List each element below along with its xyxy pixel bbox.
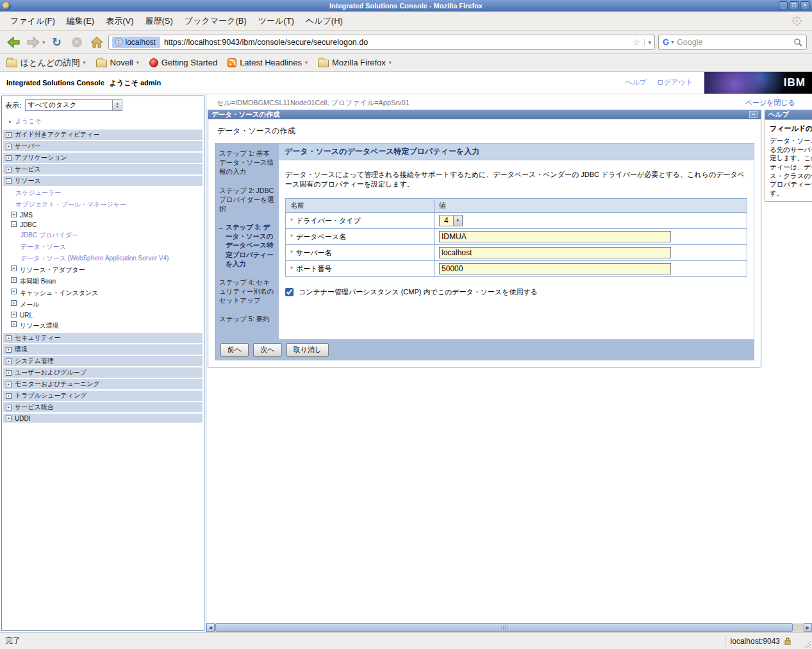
sidebar-item-data-sources[interactable]: データ・ソース [3, 241, 203, 253]
expand-icon[interactable]: + [6, 335, 12, 341]
search-bar[interactable]: G ▾ Google [658, 35, 807, 50]
database-name-input[interactable] [439, 231, 671, 242]
expand-icon[interactable]: + [11, 289, 17, 294]
resize-grip[interactable] [802, 639, 811, 648]
help-link[interactable]: ヘルプ [625, 78, 647, 87]
security-status[interactable]: localhost:9043 [725, 636, 797, 647]
sidebar-section-users-groups[interactable]: + ユーザーおよびグループ [3, 367, 203, 378]
collapse-icon[interactable]: − [11, 221, 17, 227]
object-pool-link[interactable]: オブジェクト・プール・マネージャー [15, 200, 126, 209]
combo-arrows-icon[interactable]: ▴▾ [112, 100, 122, 110]
reload-button[interactable]: ↻ [49, 34, 65, 51]
sidebar-section-services[interactable]: + サービス [3, 164, 203, 174]
next-button[interactable]: 次へ [253, 343, 281, 357]
search-engine-button[interactable]: G ▾ [663, 37, 674, 47]
bookmark-getting-started[interactable]: Getting Started [149, 58, 217, 67]
menu-edit[interactable]: 編集(E) [62, 13, 99, 29]
site-identity-button[interactable]: localhost [112, 37, 160, 48]
expand-icon[interactable]: + [11, 212, 17, 217]
bookmark-latest-headlines[interactable]: Latest Headlines ▾ [228, 58, 308, 67]
sidebar-section-guided-activities[interactable]: + ガイド付きアクティビティー [3, 130, 203, 140]
expand-icon[interactable]: + [11, 312, 17, 317]
expand-icon[interactable]: + [11, 321, 17, 327]
home-button[interactable] [88, 34, 105, 51]
scroll-right-button[interactable]: ▶ [804, 623, 812, 632]
expand-icon[interactable]: + [6, 382, 12, 387]
server-name-input[interactable] [439, 247, 671, 258]
panel-minimize-button[interactable]: − [749, 111, 758, 118]
scrollbar-thumb[interactable] [215, 623, 793, 632]
scroll-left-button[interactable]: ◀ [206, 623, 215, 632]
sidebar-node-cache-instances[interactable]: + キャッシュ・インスタンス [3, 287, 203, 299]
sidebar-section-environment[interactable]: + 環境 [3, 344, 203, 355]
bookmark-most-visited[interactable]: ほとんどの訪問 ▾ [6, 57, 86, 69]
expand-icon[interactable]: + [6, 155, 12, 161]
sidebar-node-async-beans[interactable]: + 非同期 Bean [3, 276, 203, 287]
scheduler-link[interactable]: スケジューラー [15, 189, 61, 198]
port-number-input[interactable] [439, 263, 671, 274]
menu-view[interactable]: 表示(V) [101, 13, 138, 29]
welcome-link[interactable]: ようこそ [15, 117, 42, 124]
expand-icon[interactable]: + [6, 347, 12, 353]
search-engine-dropdown-icon[interactable]: ▾ [671, 39, 674, 45]
sidebar-section-troubleshooting[interactable]: + トラブルシューティング [3, 391, 203, 401]
sidebar-node-resource-adapters[interactable]: + リソース・アダプター [3, 264, 203, 276]
expand-icon[interactable]: + [11, 300, 17, 306]
expand-icon[interactable]: + [6, 405, 12, 410]
expand-icon[interactable]: + [6, 167, 12, 173]
wizard-step-4[interactable]: ステップ 4: セキュリティー別名のセットアップ [218, 278, 276, 305]
wizard-step-5[interactable]: ステップ 5: 要約 [218, 314, 276, 323]
menu-help[interactable]: ヘルプ(H) [301, 13, 348, 29]
bookmark-novell[interactable]: Novell ▾ [96, 58, 139, 67]
menu-bookmarks[interactable]: ブックマーク(B) [179, 13, 252, 29]
sidebar-section-resources[interactable]: − リソース [3, 176, 203, 186]
wizard-step-2[interactable]: ステップ 2: JDBC プロバイダーを選択 [218, 186, 276, 214]
sidebar-section-uddi[interactable]: + UDDI [3, 414, 203, 423]
expand-icon[interactable]: + [11, 277, 17, 283]
close-page-link[interactable]: ページを閉じる [745, 98, 795, 108]
url-bar[interactable]: localhost https://localhost:9043/ibm/con… [108, 35, 655, 50]
sidebar-section-security[interactable]: + セキュリティー [3, 333, 203, 343]
url-dropdown-icon[interactable]: ▾ [644, 39, 651, 46]
sidebar-section-applications[interactable]: + アプリケーション [3, 153, 203, 163]
select-arrow-icon[interactable]: ▾ [453, 215, 462, 226]
sidebar-node-jdbc[interactable]: − JDBC [3, 220, 203, 230]
bookmark-star-icon[interactable]: ☆ [633, 37, 641, 47]
sidebar-item-scheduler[interactable]: スケジューラー [3, 187, 203, 199]
data-sources-link[interactable]: データ・ソース [21, 242, 66, 251]
menu-history[interactable]: 履歴(S) [140, 13, 178, 29]
sidebar-node-mail[interactable]: + メール [3, 299, 203, 310]
close-button[interactable]: × [800, 1, 809, 10]
bookmark-mozilla-firefox[interactable]: Mozilla Firefox ▾ [318, 58, 392, 67]
collapse-icon[interactable]: − [6, 178, 12, 184]
sidebar-item-jdbc-providers[interactable]: JDBC プロバイダー [3, 230, 203, 241]
previous-button[interactable]: 前へ [220, 343, 249, 357]
url-text[interactable]: https://localhost:9043/ibm/console/secur… [164, 38, 629, 47]
cmp-checkbox[interactable] [285, 288, 294, 296]
sidebar-node-jms[interactable]: + JMS [3, 210, 203, 220]
minimize-button[interactable]: _ [779, 1, 788, 10]
driver-type-select[interactable]: 4 ▾ [439, 215, 463, 226]
sidebar-section-system-admin[interactable]: + システム管理 [3, 356, 203, 366]
sidebar-section-service-integration[interactable]: + サービス統合 [3, 402, 203, 412]
expand-icon[interactable]: + [6, 358, 12, 364]
maximize-button[interactable]: □ [790, 1, 799, 10]
sidebar-item-object-pool-managers[interactable]: オブジェクト・プール・マネージャー [3, 199, 203, 210]
menu-tools[interactable]: ツール(T) [253, 13, 299, 29]
logout-link[interactable]: ログアウト [657, 78, 693, 87]
cancel-button[interactable]: 取り消し [286, 343, 329, 357]
history-dropdown-icon[interactable]: ▾ [42, 39, 46, 46]
scrollbar-track[interactable] [793, 623, 804, 632]
expand-icon[interactable]: + [6, 370, 12, 376]
expand-icon[interactable]: + [6, 416, 12, 421]
sidebar-item-welcome[interactable]: ▸ ようこそ [3, 115, 203, 128]
jdbc-providers-link[interactable]: JDBC プロバイダー [21, 231, 78, 240]
wizard-step-1[interactable]: ステップ 1: 基本データ・ソース情報の入力 [218, 149, 276, 176]
sidebar-section-monitoring-tuning[interactable]: + モニターおよびチューニング [3, 379, 203, 389]
sidebar-node-url[interactable]: + URL [3, 310, 203, 320]
expand-icon[interactable]: + [11, 266, 17, 271]
task-filter-select[interactable]: すべてのタスク ▴▾ [25, 99, 122, 111]
expand-icon[interactable]: + [6, 393, 12, 399]
sidebar-item-data-sources-v4[interactable]: データ・ソース (WebSphere Application Server V4… [3, 253, 203, 264]
horizontal-scrollbar[interactable]: ◀ ▶ [206, 623, 812, 632]
